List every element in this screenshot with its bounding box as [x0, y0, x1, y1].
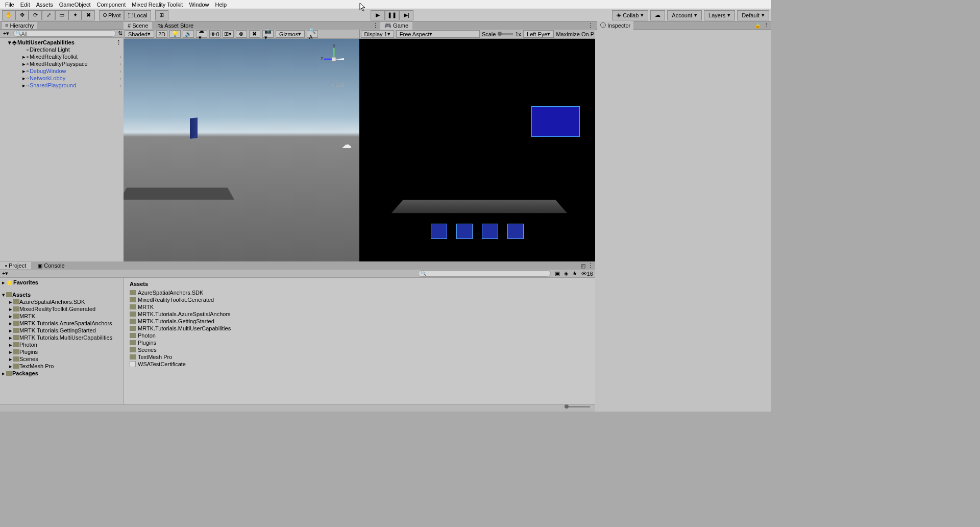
- project-filter-type[interactable]: ▣: [553, 270, 562, 277]
- scene-root[interactable]: ▾ ⬘ MultiUserCapabilities ⋮: [0, 39, 124, 46]
- project-tab[interactable]: ▪ Project: [0, 262, 31, 269]
- move-tool[interactable]: ✥: [15, 10, 29, 20]
- play-button[interactable]: ▶: [371, 10, 385, 20]
- inspector-menu[interactable]: ⋮: [764, 22, 769, 29]
- prefab-arrow-icon[interactable]: ›: [119, 82, 121, 88]
- hierarchy-tab[interactable]: ≡ Hierarchy: [2, 22, 37, 29]
- hand-tool[interactable]: ✋: [2, 10, 15, 20]
- expand-icon[interactable]: ▸: [21, 75, 27, 82]
- asset-store-tab[interactable]: 🛍 Asset Store: [153, 22, 198, 29]
- cloud-button[interactable]: ☁: [650, 10, 665, 20]
- game-tab[interactable]: 🎮 Game: [380, 22, 412, 30]
- orientation-gizmo[interactable]: yz: [318, 44, 349, 75]
- breadcrumb[interactable]: Assets: [130, 281, 589, 287]
- collab-dropdown[interactable]: ◈ Collab ▾: [612, 10, 648, 20]
- scale-slider[interactable]: [498, 33, 513, 35]
- game-menu[interactable]: ⋮: [587, 22, 593, 29]
- project-tree-item[interactable]: ▸ MRTK.Tutorials.GettingStarted: [0, 327, 123, 334]
- display-dropdown[interactable]: Display 1 ▾: [361, 30, 394, 38]
- prefab-arrow-icon[interactable]: ›: [119, 54, 121, 60]
- hierarchy-item[interactable]: ▫Directional Light: [0, 46, 124, 53]
- project-list-item[interactable]: MRTK.Tutorials.GettingStarted: [130, 318, 589, 325]
- grid-toggle[interactable]: ⊞▾: [223, 30, 234, 38]
- project-create[interactable]: +▾: [0, 270, 10, 277]
- inspector-tab[interactable]: ⓘ Inspector: [597, 21, 633, 30]
- project-tree-item[interactable]: ▸ Plugins: [0, 348, 123, 355]
- aspect-dropdown[interactable]: Free Aspect ▾: [396, 30, 480, 38]
- transform-tool[interactable]: ✦: [68, 10, 82, 20]
- create-dropdown[interactable]: +▾: [1, 30, 11, 37]
- scene-camera[interactable]: ⊗: [236, 30, 247, 38]
- project-search[interactable]: 🔍: [418, 270, 551, 277]
- gizmos-dropdown[interactable]: Gizmos ▾: [276, 30, 305, 38]
- pause-button[interactable]: ❚❚: [385, 10, 399, 20]
- project-tree-item[interactable]: ▸ Photon: [0, 341, 123, 348]
- project-list-item[interactable]: AzureSpatialAnchors.SDK: [130, 289, 589, 296]
- prefab-arrow-icon[interactable]: ›: [119, 75, 121, 81]
- eye-dropdown[interactable]: Left Eye ▾: [523, 30, 554, 38]
- project-tree-item[interactable]: ▸ Scenes: [0, 355, 123, 363]
- expand-icon[interactable]: ▸: [21, 54, 27, 60]
- expand-icon[interactable]: ▸: [21, 68, 27, 75]
- menu-window[interactable]: Window: [186, 2, 212, 8]
- hierarchy-tree[interactable]: ▾ ⬘ MultiUserCapabilities ⋮ ▫Directional…: [0, 38, 124, 261]
- scene-menu-icon[interactable]: ⋮: [116, 39, 121, 46]
- project-list-item[interactable]: TextMesh Pro: [130, 353, 589, 361]
- project-tree-item[interactable]: ▸ AzureSpatialAnchors.SDK: [0, 298, 123, 305]
- project-list[interactable]: Assets AzureSpatialAnchors.SDK MixedReal…: [124, 278, 595, 404]
- layers-dropdown[interactable]: Layers ▾: [704, 10, 735, 20]
- layout-dropdown[interactable]: Default ▾: [737, 10, 769, 20]
- console-tab[interactable]: ▣ Console: [32, 262, 69, 270]
- snap-tool[interactable]: ⊞: [155, 10, 168, 20]
- packages-root[interactable]: ▸ Packages: [0, 370, 123, 377]
- hierarchy-item[interactable]: ▸▫NetworkLobby›: [0, 75, 124, 82]
- hierarchy-filter[interactable]: ⇅: [118, 30, 122, 37]
- project-tree[interactable]: ▸⭐ Favorites ▾ Assets ▸ AzureSpatialAnch…: [0, 278, 124, 404]
- menu-assets[interactable]: Assets: [33, 2, 56, 8]
- lighting-toggle[interactable]: 💡: [169, 30, 181, 38]
- project-list-item[interactable]: WSATestCertificate: [130, 361, 589, 368]
- hierarchy-item[interactable]: ▸▫MixedRealityToolkit›: [0, 53, 124, 60]
- project-tree-item[interactable]: ▸ MixedRealityToolkit.Generated: [0, 305, 123, 313]
- inspector-lock-icon[interactable]: 🔒: [754, 22, 762, 29]
- expand-icon[interactable]: ▸: [21, 61, 27, 67]
- scene-search[interactable]: 🔍 A: [307, 30, 318, 38]
- menu-edit[interactable]: Edit: [17, 2, 33, 8]
- hierarchy-item[interactable]: ▸▫MixedRealityPlayspace›: [0, 60, 124, 67]
- project-list-item[interactable]: MixedRealityToolkit.Generated: [130, 296, 589, 303]
- project-maximize-icon[interactable]: ◰: [580, 262, 585, 269]
- project-list-item[interactable]: Scenes: [130, 346, 589, 353]
- rect-tool[interactable]: ▭: [55, 10, 68, 20]
- project-menu[interactable]: ⋮: [587, 262, 593, 269]
- thumbnail-size-slider[interactable]: [565, 406, 590, 408]
- 2d-toggle[interactable]: 2D: [156, 30, 167, 38]
- scene-menu[interactable]: ⋮: [373, 22, 378, 29]
- prefab-arrow-icon[interactable]: ›: [119, 68, 121, 74]
- account-dropdown[interactable]: Account ▾: [667, 10, 702, 20]
- step-button[interactable]: ▶|: [399, 10, 413, 20]
- project-list-item[interactable]: Plugins: [130, 339, 589, 346]
- menu-file[interactable]: File: [2, 2, 17, 8]
- rotate-tool[interactable]: ⟳: [29, 10, 42, 20]
- shading-mode[interactable]: Shaded ▾: [125, 30, 154, 38]
- expand-icon[interactable]: ▾: [7, 39, 12, 46]
- hierarchy-item[interactable]: ▸▫SharedPlayground›: [0, 82, 124, 89]
- project-list-item[interactable]: MRTK: [130, 303, 589, 310]
- favorites-root[interactable]: ▸⭐ Favorites: [0, 279, 123, 286]
- project-list-item[interactable]: MRTK.Tutorials.AzureSpatialAnchors: [130, 310, 589, 318]
- game-view[interactable]: [359, 39, 595, 261]
- prefab-arrow-icon[interactable]: ›: [119, 61, 121, 67]
- scene-tab[interactable]: #Scene: [124, 22, 152, 29]
- menu-component[interactable]: Component: [93, 2, 129, 8]
- scale-tool[interactable]: ⤢: [42, 10, 55, 20]
- menu-gameobject[interactable]: GameObject: [56, 2, 94, 8]
- project-tree-item[interactable]: ▸ TextMesh Pro: [0, 363, 123, 370]
- project-tree-item[interactable]: ▸ MRTK.Tutorials.AzureSpatialAnchors: [0, 320, 123, 327]
- project-fav[interactable]: ★: [570, 270, 579, 277]
- scene-tools[interactable]: ✖: [249, 30, 260, 38]
- hierarchy-search[interactable]: 🔍All: [13, 30, 116, 37]
- maximize-label[interactable]: Maximize On P: [556, 31, 594, 37]
- project-list-item[interactable]: Photon: [130, 332, 589, 339]
- hidden-objects[interactable]: 👁0: [209, 30, 220, 38]
- local-toggle[interactable]: ⬚Local: [124, 10, 151, 20]
